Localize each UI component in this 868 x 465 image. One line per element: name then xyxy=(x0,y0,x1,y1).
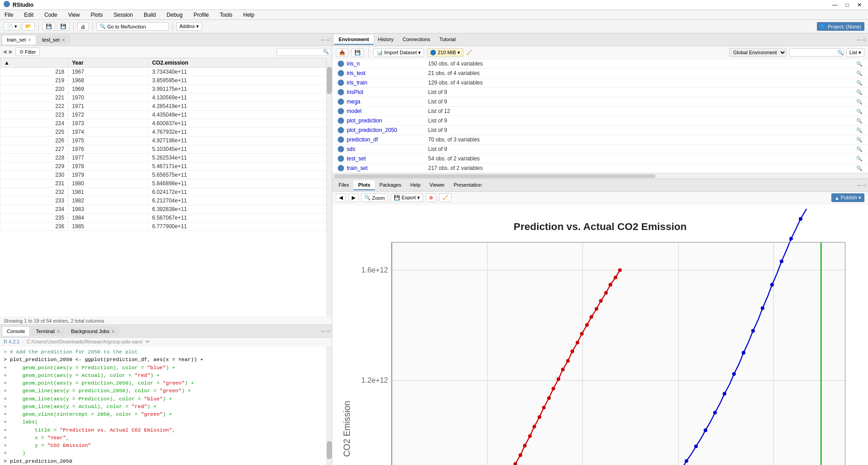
open-file-button[interactable]: 📂 xyxy=(22,22,35,31)
table-row[interactable]: 230 1979 5.656575e+11 xyxy=(0,171,326,179)
table-row[interactable]: 234 1983 6.392838e+11 xyxy=(0,205,326,214)
tab-train-set[interactable]: train_set ✕ xyxy=(2,35,36,44)
table-row[interactable]: 235 1984 6.587067e+11 xyxy=(0,214,326,222)
data-vertical-scrollbar[interactable] xyxy=(326,58,332,317)
table-row[interactable]: 228 1977 5.282534e+11 xyxy=(0,154,326,162)
nav-fwd-icon[interactable]: ▶ xyxy=(9,49,13,55)
env-var-search-btn[interactable]: 🔍 xyxy=(856,61,863,67)
env-row[interactable]: test_set 54 obs. of 2 variables 🔍 xyxy=(332,154,868,164)
save-workspace-button[interactable]: 💾 xyxy=(351,48,364,57)
addins-button[interactable]: Addins ▾ xyxy=(176,22,202,31)
tab-presentation[interactable]: Presentation xyxy=(449,180,486,190)
menu-view[interactable]: View xyxy=(66,11,83,19)
env-var-search-btn[interactable]: 🔍 xyxy=(856,108,863,114)
nav-back-icon[interactable]: ◀ xyxy=(3,49,6,55)
publish-button[interactable]: ▲ Publish ▾ xyxy=(831,193,864,202)
table-row[interactable]: 220 1969 3.991175e+11 xyxy=(0,85,326,94)
table-row[interactable]: 227 1976 5.103045e+11 xyxy=(0,145,326,154)
tab-console[interactable]: Console xyxy=(2,326,30,336)
menu-tools[interactable]: Tools xyxy=(217,11,235,19)
env-var-search-btn[interactable]: 🔍 xyxy=(856,80,863,86)
print-button[interactable]: 🖨 xyxy=(77,23,89,31)
env-row[interactable]: iris_train 129 obs. of 4 variables 🔍 xyxy=(332,78,868,88)
data-maximize-button[interactable]: □ xyxy=(327,37,330,42)
table-row[interactable]: 233 1982 6.212704e+11 xyxy=(0,197,326,205)
table-row[interactable]: 219 1968 3.859595e+11 xyxy=(0,76,326,85)
tab-files[interactable]: Files xyxy=(334,180,354,190)
zoom-button[interactable]: 🔍 Zoom xyxy=(361,193,388,202)
table-row[interactable]: 226 1975 4.927198e+11 xyxy=(0,136,326,145)
tab-history[interactable]: History xyxy=(373,35,398,45)
table-row[interactable]: 223 1972 4.435049e+11 xyxy=(0,111,326,119)
table-row[interactable]: 236 1985 6.777900e+11 xyxy=(0,222,326,231)
global-env-selector[interactable]: Global Environment xyxy=(729,48,787,57)
menu-build[interactable]: Build xyxy=(141,11,159,19)
env-row[interactable]: plot_prediction_2050 List of 9 🔍 xyxy=(332,126,868,135)
menu-debug[interactable]: Debug xyxy=(164,11,185,19)
tab-bg-jobs-close[interactable]: ✕ xyxy=(111,329,115,334)
table-row[interactable]: 231 1980 5.846898e+11 xyxy=(0,179,326,188)
load-workspace-button[interactable]: 📥 xyxy=(336,48,349,57)
tab-connections[interactable]: Connections xyxy=(398,35,434,45)
close-button[interactable]: ✕ xyxy=(854,2,864,8)
tab-viewer[interactable]: Viewer xyxy=(425,180,449,190)
plot-minimize-button[interactable]: — xyxy=(857,183,862,188)
col-co2[interactable]: CO2.emission xyxy=(148,58,326,68)
menu-plots[interactable]: Plots xyxy=(88,11,106,19)
data-scrollbar-thumb[interactable] xyxy=(327,67,332,94)
new-file-button[interactable]: 📄▾ xyxy=(4,22,20,31)
env-maximize-button[interactable]: □ xyxy=(863,37,866,42)
env-search-input[interactable] xyxy=(789,48,844,56)
plot-maximize-button[interactable]: □ xyxy=(863,183,866,188)
menu-code[interactable]: Code xyxy=(42,11,60,19)
data-minimize-button[interactable]: — xyxy=(321,37,326,42)
clear-plots-button[interactable]: 🧹 xyxy=(439,193,452,202)
env-row[interactable]: sds List of 9 🔍 xyxy=(332,145,868,154)
tab-help[interactable]: Help xyxy=(406,180,425,190)
menu-file[interactable]: File xyxy=(2,11,16,19)
table-row[interactable]: 229 1978 5.467171e+11 xyxy=(0,162,326,171)
save-all-button[interactable]: 💾 xyxy=(57,22,70,31)
env-minimize-button[interactable]: — xyxy=(857,37,862,42)
plot-forward-button[interactable]: ▶ xyxy=(349,193,359,202)
tab-terminal-close[interactable]: ✕ xyxy=(57,329,60,334)
project-button[interactable]: 🔷 Project: (None) xyxy=(817,22,864,31)
env-row[interactable]: mega List of 9 🔍 xyxy=(332,97,868,107)
env-row[interactable]: iris_n 150 obs. of 4 variables 🔍 xyxy=(332,59,868,69)
col-year[interactable]: Year xyxy=(68,58,148,68)
console-vertical-scrollbar[interactable] xyxy=(326,346,332,465)
tab-packages[interactable]: Packages xyxy=(375,180,406,190)
env-var-search-btn[interactable]: 🔍 xyxy=(856,155,863,162)
menu-profile[interactable]: Profile xyxy=(191,11,212,19)
table-row[interactable]: 232 1981 6.024172e+11 xyxy=(0,188,326,197)
memory-button[interactable]: 🔵 210 MiB ▾ xyxy=(427,48,463,57)
minimize-button[interactable]: — xyxy=(830,2,840,8)
table-row[interactable]: 222 1971 4.285419e+11 xyxy=(0,102,326,111)
env-list-button[interactable]: List ▾ xyxy=(846,48,864,57)
env-var-search-btn[interactable]: 🔍 xyxy=(856,146,863,152)
env-bottom-scrollbar[interactable] xyxy=(332,173,868,178)
console-scrollbar-thumb[interactable] xyxy=(327,441,332,459)
tab-test-set[interactable]: test_set ✕ xyxy=(37,35,70,44)
go-to-file-button[interactable]: 🔍 Go to file/function xyxy=(96,22,169,31)
table-row[interactable]: 225 1974 4.767932e+11 xyxy=(0,128,326,136)
clear-env-button[interactable]: 🧹 xyxy=(466,50,472,56)
env-var-search-btn[interactable]: 🔍 xyxy=(856,70,863,76)
env-var-search-btn[interactable]: 🔍 xyxy=(856,136,863,143)
env-var-search-btn[interactable]: 🔍 xyxy=(856,117,863,124)
tab-plots[interactable]: Plots xyxy=(354,180,375,190)
console-path-edit-icon[interactable]: ✏ xyxy=(146,338,150,345)
env-var-search-btn[interactable]: 🔍 xyxy=(856,165,863,171)
env-row[interactable]: train_set 217 obs. of 2 variables 🔍 xyxy=(332,164,868,173)
menu-edit[interactable]: Edit xyxy=(21,11,36,19)
env-row[interactable]: plot_prediction List of 9 🔍 xyxy=(332,116,868,126)
tab-terminal[interactable]: Terminal ✕ xyxy=(31,326,65,336)
filter-button[interactable]: ⊙ Filter xyxy=(15,47,40,56)
env-row[interactable]: iris_test 21 obs. of 4 variables 🔍 xyxy=(332,69,868,78)
import-dataset-button[interactable]: 📊 Import Dataset ▾ xyxy=(373,48,424,57)
data-table-scroll[interactable]: ▲ Year CO2.emission xyxy=(0,58,326,317)
tab-background-jobs[interactable]: Background Jobs ✕ xyxy=(66,326,120,336)
env-row[interactable]: IrisPlot List of 9 🔍 xyxy=(332,88,868,97)
env-h-scrollbar-thumb[interactable] xyxy=(334,174,656,178)
tab-train-set-close[interactable]: ✕ xyxy=(28,38,31,42)
